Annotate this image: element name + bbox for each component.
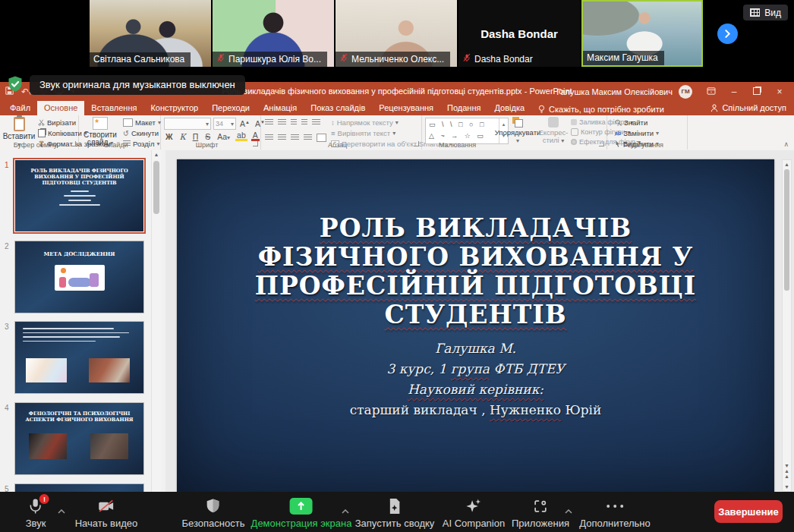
current-slide[interactable]: РОЛЬ ВИКЛАДАЧІВ ФІЗИЧНОГО ВИХОВАННЯ У ПР… bbox=[177, 159, 774, 492]
summary-button[interactable]: Запустить сводку bbox=[355, 497, 435, 529]
apps-options-chevron[interactable] bbox=[565, 503, 572, 517]
tab-review[interactable]: Рецензування bbox=[372, 101, 440, 115]
tab-transitions[interactable]: Переходи bbox=[205, 101, 257, 115]
share-screen-button[interactable]: Демонстрация экрана bbox=[251, 497, 352, 529]
participant-name: Паришкура Юлія Во... bbox=[228, 54, 321, 65]
ribbon-group-paragraph: ↕Напрямок тексту▾ ≡Вирівняти текст▾ Пере… bbox=[261, 115, 422, 150]
dialog-launcher-icon[interactable] bbox=[414, 141, 419, 146]
font-color-button[interactable]: А bbox=[251, 132, 260, 141]
thumbnail-number: 5 bbox=[5, 485, 9, 492]
next-slide-icon[interactable]: ▼ bbox=[783, 484, 791, 490]
slide-scrollbar[interactable]: ▲ ▼ ▲▲ ▼ bbox=[782, 159, 792, 492]
thumbnail-image bbox=[26, 358, 67, 382]
increase-indent-icon[interactable] bbox=[301, 119, 307, 126]
account-avatar[interactable]: ГМ bbox=[679, 85, 692, 99]
slide-thumbnail-3[interactable] bbox=[14, 321, 144, 394]
arrange-button[interactable]: Упорядкувати▾ bbox=[498, 117, 537, 145]
video-tile-paryshkura[interactable]: Паришкура Юлія Во... bbox=[213, 0, 334, 67]
thumbnail-scrollbar[interactable]: ▲ bbox=[151, 150, 161, 492]
decrease-indent-icon[interactable] bbox=[291, 119, 297, 126]
participant-name-label: Максим Галушка bbox=[583, 51, 664, 65]
audio-options-chevron[interactable] bbox=[58, 503, 65, 517]
apps-label: Приложения bbox=[512, 518, 569, 529]
quick-styles-label2: стилі bbox=[543, 136, 559, 144]
ai-companion-button[interactable]: AI Companion bbox=[443, 497, 505, 529]
slide-title-line: СТУДЕНТІВ bbox=[384, 300, 566, 329]
line-spacing-icon[interactable] bbox=[312, 119, 320, 126]
arrange-label: Упорядкувати bbox=[495, 128, 541, 137]
slide-thumbnail-4[interactable]: ФІЗІОЛОГІЧНІ ТА ПСИХОЛОГІЧНІ АСПЕКТИ ФІЗ… bbox=[14, 402, 144, 475]
share-button[interactable]: Спільний доступ bbox=[711, 103, 786, 112]
tell-me-box[interactable]: Скажіть, що потрібно зробити bbox=[531, 101, 671, 115]
tab-view[interactable]: Подання bbox=[440, 101, 487, 115]
minimize-button[interactable]: – bbox=[723, 87, 745, 97]
font-size-combo[interactable]: 34▾ bbox=[213, 118, 236, 130]
tab-help[interactable]: Довідка bbox=[487, 101, 531, 115]
align-text-label: Вирівняти текст bbox=[338, 129, 391, 137]
share-options-chevron[interactable] bbox=[342, 503, 349, 517]
thumbnail-image bbox=[90, 433, 128, 459]
video-tile-maksym-active[interactable]: Максим Галушка bbox=[581, 0, 703, 67]
collapse-ribbon-icon[interactable]: ∧ bbox=[783, 140, 789, 148]
quick-styles-button[interactable]: Експрес-стилі ▾ bbox=[537, 117, 569, 145]
slide-title-line: ФІЗИЧНОГО ВИХОВАННЯ У bbox=[258, 242, 694, 272]
tab-insert[interactable]: Вставлення bbox=[84, 101, 143, 115]
summary-doc-icon bbox=[387, 497, 402, 515]
numbering-icon[interactable] bbox=[278, 119, 286, 126]
video-tile-svitlana[interactable]: Світлана Сальникова bbox=[90, 0, 211, 67]
scrollbar-thumb[interactable] bbox=[153, 161, 159, 214]
tab-file[interactable]: Файл bbox=[3, 101, 37, 115]
layout-button[interactable]: Макет▾ bbox=[123, 118, 161, 127]
dialog-launcher-icon[interactable] bbox=[71, 141, 76, 146]
security-button[interactable]: Безопасность bbox=[182, 497, 245, 529]
video-tile-dasha[interactable]: Dasha Bondar Dasha Bondar bbox=[458, 0, 580, 67]
slide-thumbnail-2[interactable]: МЕТА ДОСЛІДЖЕННЯ bbox=[14, 241, 144, 313]
dialog-launcher-icon[interactable] bbox=[253, 141, 258, 146]
scrollbar-thumb[interactable] bbox=[784, 169, 789, 291]
shape-fill-icon bbox=[571, 119, 577, 125]
apps-button[interactable]: Приложения bbox=[512, 497, 569, 529]
align-center-icon[interactable] bbox=[278, 134, 286, 141]
strikethrough-button[interactable]: S bbox=[203, 132, 212, 141]
scroll-up-icon[interactable]: ▲ bbox=[152, 152, 161, 157]
video-tile-melnychenko[interactable]: Мельниченко Олекс... bbox=[336, 0, 457, 67]
end-meeting-button[interactable]: Завершение bbox=[714, 500, 783, 523]
font-name-combo[interactable]: ▾ bbox=[164, 118, 211, 130]
ribbon-display-options-icon[interactable] bbox=[700, 87, 723, 97]
scroll-up-icon[interactable]: ▲ bbox=[783, 162, 791, 167]
tab-home[interactable]: Основне bbox=[37, 101, 84, 115]
camera-off-icon bbox=[96, 497, 116, 515]
slide-thumbnail-5[interactable] bbox=[14, 483, 144, 492]
more-button[interactable]: Дополнительно bbox=[579, 497, 651, 529]
highlight-color-button[interactable]: ab bbox=[235, 132, 247, 141]
bold-button[interactable]: Ж bbox=[164, 132, 175, 141]
slide-title-line: ПРОФЕСІЙНІЙ ПІДГОТОВЦІ bbox=[255, 271, 696, 301]
restore-button[interactable] bbox=[745, 87, 768, 97]
dialog-launcher-icon[interactable] bbox=[599, 141, 604, 146]
reset-button[interactable]: ↺Скинути bbox=[123, 129, 161, 137]
tab-design[interactable]: Конструктор bbox=[143, 101, 205, 115]
align-right-icon[interactable] bbox=[291, 134, 299, 141]
next-participants-button[interactable] bbox=[717, 24, 738, 44]
italic-button[interactable]: К bbox=[178, 132, 187, 141]
previous-slide-icon[interactable]: ▲▲ bbox=[783, 468, 791, 479]
grow-font-button[interactable]: А▲ bbox=[238, 119, 251, 128]
view-button[interactable]: Вид bbox=[743, 5, 788, 20]
justify-icon[interactable] bbox=[304, 134, 312, 141]
audio-button[interactable]: ! Звук bbox=[26, 497, 46, 529]
replace-button[interactable]: abЗамінити▾ bbox=[615, 129, 659, 137]
tab-animations[interactable]: Анімація bbox=[257, 101, 304, 115]
slide-thumbnail-1[interactable]: РОЛЬ ВИКЛАДАЧІВ ФІЗИЧНОГО ВИХОВАННЯ У ПР… bbox=[14, 159, 144, 232]
align-left-icon[interactable] bbox=[265, 134, 273, 141]
video-button[interactable]: Начать видео bbox=[75, 497, 138, 529]
tab-slideshow[interactable]: Показ слайдів bbox=[304, 101, 372, 115]
close-button[interactable]: × bbox=[768, 87, 791, 97]
find-button[interactable]: Знайти bbox=[615, 118, 659, 127]
bullets-icon[interactable] bbox=[265, 119, 273, 126]
account-name[interactable]: Галушка Максим Олексійович bbox=[556, 87, 673, 96]
thumbnail-image bbox=[55, 265, 105, 291]
security-shield-icon[interactable] bbox=[6, 75, 24, 93]
underline-button[interactable]: П bbox=[191, 132, 200, 141]
change-case-button[interactable]: Aa▾ bbox=[216, 132, 232, 141]
scroll-down-icon[interactable]: ▼ bbox=[783, 463, 791, 468]
